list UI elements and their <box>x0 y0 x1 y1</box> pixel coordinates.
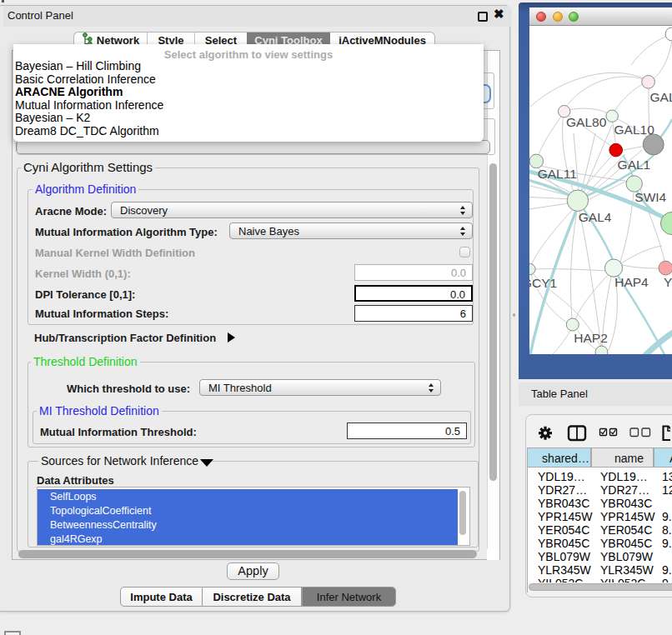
svg-text:GAL1: GAL1 <box>618 158 651 172</box>
svg-text:Y: Y <box>664 275 672 289</box>
svg-text:GAL11: GAL11 <box>538 167 577 181</box>
svg-text:GCY1: GCY1 <box>529 276 557 290</box>
svg-text:GAL2: GAL2 <box>650 90 672 104</box>
svg-text:HAP2: HAP2 <box>574 331 608 345</box>
svg-text:GAL4: GAL4 <box>579 210 612 224</box>
svg-text:GAL80: GAL80 <box>566 115 607 129</box>
svg-text:HAP4: HAP4 <box>614 275 649 289</box>
svg-text:GAL10: GAL10 <box>614 122 655 137</box>
svg-text:SWI4: SWI4 <box>634 190 666 204</box>
